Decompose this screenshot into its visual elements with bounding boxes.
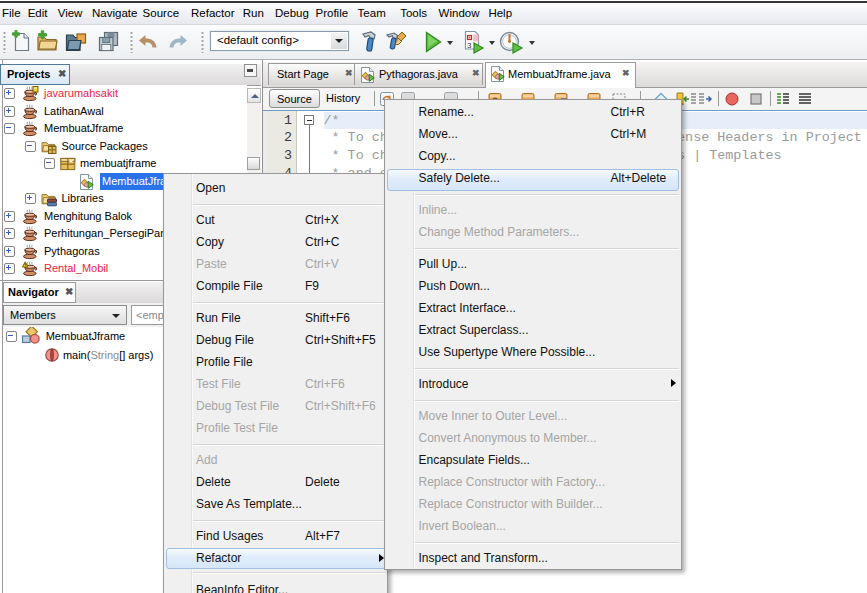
svg-text:3: 3 [467,41,472,50]
